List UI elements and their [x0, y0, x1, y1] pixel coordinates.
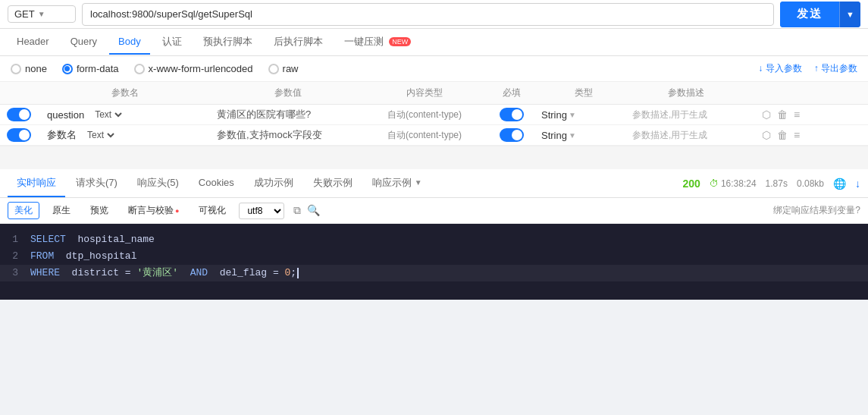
- row2-type-cell: String ▼: [538, 130, 629, 141]
- radio-raw[interactable]: raw: [268, 63, 299, 74]
- radio-x-www-label: x-www-form-urlencoded: [149, 63, 253, 74]
- row2-menu-icon[interactable]: ≡: [794, 129, 800, 141]
- radio-raw-circle: [268, 64, 279, 74]
- radio-none[interactable]: none: [11, 63, 47, 74]
- tab-header[interactable]: Header: [8, 30, 58, 55]
- radio-form-data-dot: [64, 66, 70, 71]
- header-type: 类型: [538, 86, 629, 99]
- row2-required-cell: [485, 128, 538, 142]
- row1-name-cell: question TextFile: [38, 108, 212, 121]
- radio-form-data[interactable]: form-data: [62, 63, 119, 74]
- code-line-2: 2 FROM dtp_hospital: [0, 248, 868, 265]
- tab-response-headers[interactable]: 响应头(5): [128, 170, 188, 197]
- radio-none-circle: [11, 64, 21, 74]
- tab-post-script[interactable]: 后执行脚本: [265, 29, 332, 56]
- beautify-button[interactable]: 美化: [8, 202, 39, 219]
- row2-required-toggle[interactable]: [500, 128, 524, 142]
- params-table-header: 参数名 参数值 内容类型 必填 类型 参数描述: [0, 82, 868, 105]
- row2-name-cell: 参数名 TextFile: [38, 128, 212, 142]
- row2-delete-icon[interactable]: 🗑: [777, 129, 788, 141]
- search-content-icon[interactable]: 🔍: [307, 204, 320, 217]
- row2-type-select[interactable]: TextFile: [84, 129, 117, 141]
- row2-copy-icon[interactable]: ⬡: [762, 129, 771, 141]
- row2-required-knob: [512, 130, 522, 140]
- tab-fail-example[interactable]: 失败示例: [304, 170, 362, 197]
- row2-description[interactable]: 参数描述,用于生成: [629, 129, 743, 142]
- radio-x-www[interactable]: x-www-form-urlencoded: [134, 63, 253, 74]
- tab-body[interactable]: Body: [109, 30, 150, 55]
- row1-required-toggle[interactable]: [500, 108, 524, 121]
- send-dropdown-button[interactable]: ▼: [839, 2, 860, 27]
- globe-icon: 🌐: [833, 178, 846, 190]
- row2-toggle-knob: [19, 130, 30, 140]
- encoding-select[interactable]: utf8GBK: [239, 203, 284, 219]
- top-bar: GET ▼ 发送 ▼: [0, 0, 868, 29]
- row1-menu-icon[interactable]: ≡: [794, 108, 800, 121]
- radio-raw-label: raw: [283, 63, 299, 74]
- bind-result-label[interactable]: 绑定响应结果到变量?: [773, 204, 860, 217]
- tab-response-example[interactable]: 响应示例 ▼: [363, 170, 431, 197]
- table-row: 参数名 TextFile 参数值,支持mock字段变 自动(content-ty…: [0, 125, 868, 146]
- row2-type-chevron: ▼: [569, 131, 576, 140]
- import-export-group: ↓ 导入参数 ↑ 导出参数: [758, 62, 857, 75]
- import-params-button[interactable]: ↓ 导入参数: [758, 62, 801, 75]
- response-duration: 1.87s: [766, 178, 788, 189]
- url-input[interactable]: [82, 3, 774, 26]
- header-actions: [743, 86, 819, 99]
- copy-content-icon[interactable]: ⧉: [293, 204, 301, 217]
- row2-toggle[interactable]: [7, 128, 31, 142]
- send-button[interactable]: 发送: [780, 2, 839, 27]
- row1-actions: ⬡ 🗑 ≡: [743, 108, 819, 121]
- code-line-1: 1 SELECT hospital_name: [0, 231, 868, 248]
- tab-query[interactable]: Query: [61, 30, 106, 55]
- response-size: 0.08kb: [797, 178, 824, 189]
- line-num-2: 2: [0, 248, 30, 265]
- row1-required-knob: [512, 109, 522, 120]
- line-num-1: 1: [0, 231, 30, 248]
- row1-type-select[interactable]: TextFile: [92, 108, 124, 121]
- response-status-bar: 200 ⏱ 16:38:24 1.87s 0.08kb 🌐 ↓: [683, 178, 860, 190]
- send-button-group: 发送 ▼: [780, 2, 860, 27]
- tab-cookies[interactable]: Cookies: [190, 171, 243, 196]
- preview-button[interactable]: 预览: [83, 202, 115, 219]
- radio-form-data-label: form-data: [77, 63, 119, 74]
- radio-x-www-circle: [134, 64, 145, 74]
- method-selector[interactable]: GET ▼: [8, 5, 76, 23]
- method-chevron-icon: ▼: [38, 10, 45, 18]
- tab-realtime-response[interactable]: 实时响应: [8, 170, 65, 197]
- row1-type-cell: String ▼: [538, 109, 629, 121]
- tab-success-example[interactable]: 成功示例: [245, 170, 302, 197]
- tab-pre-script[interactable]: 预执行脚本: [194, 29, 262, 56]
- fmt-icon-group: ⧉ 🔍: [293, 204, 320, 217]
- export-params-button[interactable]: ↑ 导出参数: [814, 62, 857, 75]
- response-example-chevron[interactable]: ▼: [415, 178, 422, 187]
- row1-param-name[interactable]: question: [41, 109, 90, 121]
- line-content-1: SELECT hospital_name: [30, 231, 868, 248]
- assert-button[interactable]: 断言与校验 ●: [121, 202, 186, 219]
- code-line-3: 3 WHERE district = '黄浦区' AND del_flag = …: [0, 265, 868, 281]
- format-bar: 美化 原生 预览 断言与校验 ● 可视化 utf8GBK ⧉ 🔍 绑定响应结果到…: [0, 198, 868, 224]
- row2-actions: ⬡ 🗑 ≡: [743, 129, 819, 141]
- row1-param-value[interactable]: 黄浦区的医院有哪些?: [212, 108, 364, 121]
- row2-param-name[interactable]: 参数名: [41, 128, 83, 142]
- row1-copy-icon[interactable]: ⬡: [762, 108, 771, 121]
- tab-auth[interactable]: 认证: [153, 29, 191, 56]
- header-param-value: 参数值: [212, 86, 364, 99]
- params-table: 参数名 参数值 内容类型 必填 类型 参数描述 question TextFil…: [0, 82, 868, 146]
- row2-param-value[interactable]: 参数值,支持mock字段变: [212, 128, 364, 142]
- tab-stress-test[interactable]: 一键压测 NEW: [335, 29, 421, 56]
- row1-type-chevron: ▼: [569, 111, 576, 119]
- body-options-bar: none form-data x-www-form-urlencoded raw…: [0, 56, 868, 82]
- table-row: question TextFile 黄浦区的医院有哪些? 自动(content-…: [0, 105, 868, 125]
- code-output: 1 SELECT hospital_name 2 FROM dtp_hospit…: [0, 224, 868, 300]
- visualize-button[interactable]: 可视化: [192, 202, 233, 219]
- row1-toggle[interactable]: [7, 108, 31, 121]
- raw-button[interactable]: 原生: [45, 202, 77, 219]
- download-icon[interactable]: ↓: [855, 178, 860, 190]
- row1-description[interactable]: 参数描述,用于生成: [629, 108, 743, 121]
- tab-request-headers[interactable]: 请求头(7): [67, 170, 127, 197]
- header-description: 参数描述: [629, 86, 743, 99]
- row1-toggle-knob: [19, 109, 30, 120]
- row1-delete-icon[interactable]: 🗑: [777, 108, 788, 121]
- row1-type-value: String: [541, 109, 567, 121]
